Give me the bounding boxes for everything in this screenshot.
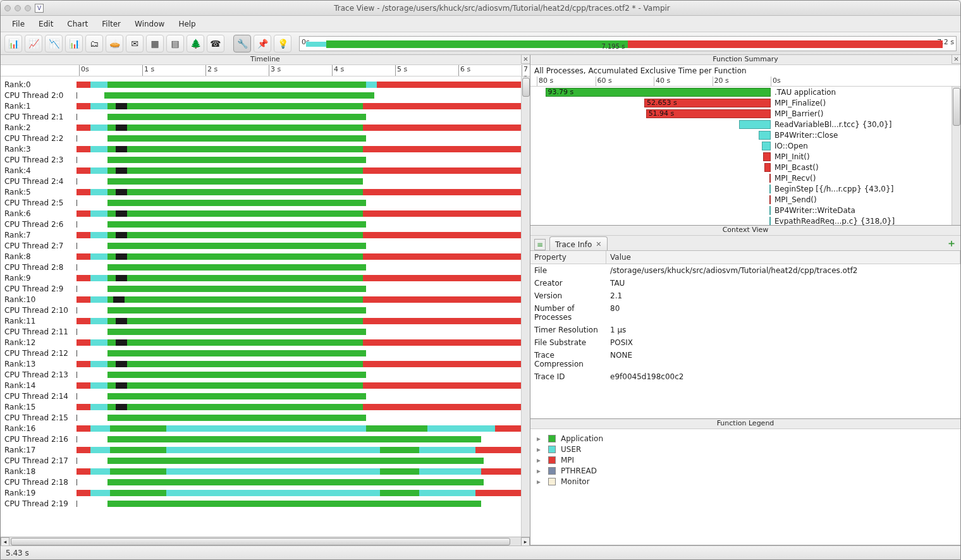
segment[interactable] [107, 232, 363, 238]
segment[interactable] [363, 253, 526, 260]
segment[interactable] [90, 125, 107, 131]
vertical-scrollbar[interactable] [521, 76, 530, 537]
segment[interactable] [116, 167, 127, 174]
segment[interactable] [107, 361, 363, 367]
fs-row[interactable]: 0.114 sMPI_Send() [530, 194, 952, 205]
property-row[interactable]: Trace CompressionNONE [530, 349, 960, 370]
property-row[interactable]: Number of Processes80 [530, 302, 960, 324]
segment[interactable] [90, 382, 107, 389]
timeline-row[interactable]: CPU Thread 2:13 [1, 369, 530, 380]
row-track[interactable] [77, 82, 526, 88]
segment[interactable] [113, 296, 125, 303]
segment[interactable] [107, 103, 363, 109]
timeline-row[interactable]: Rank:4 [1, 165, 530, 176]
row-track[interactable] [77, 404, 526, 410]
timeline-ruler[interactable]: 0s1 s2 s3 s4 s5 s6 s7 s [1, 65, 530, 76]
segment[interactable] [107, 393, 366, 399]
row-track[interactable] [77, 167, 526, 174]
segment[interactable] [107, 178, 363, 185]
fs-row[interactable]: 3.175 sMPI_Init() [530, 151, 952, 162]
segment[interactable] [107, 200, 366, 206]
timeline-row[interactable]: Rank:1 [1, 100, 530, 111]
segment[interactable] [427, 425, 495, 432]
segment[interactable] [90, 425, 110, 432]
segment[interactable] [116, 189, 127, 195]
timeline-row[interactable]: CPU Thread 2:18 [1, 477, 530, 487]
fs-bar[interactable] [769, 195, 771, 204]
timeline-row[interactable]: CPU Thread 2:11 [1, 326, 530, 337]
row-track[interactable] [77, 92, 526, 99]
segment[interactable] [77, 468, 90, 475]
segment[interactable] [107, 135, 366, 142]
timeline-row[interactable]: CPU Thread 2:10 [1, 305, 530, 315]
segment[interactable] [110, 490, 166, 496]
segment[interactable] [90, 490, 110, 496]
segment[interactable] [116, 361, 127, 367]
row-track[interactable] [77, 103, 526, 109]
segment[interactable] [475, 447, 526, 453]
segment[interactable] [107, 286, 366, 292]
segment[interactable] [77, 318, 90, 324]
fs-row[interactable]: 3.609 sIO::Open [530, 140, 952, 151]
timeline-row[interactable]: Rank:7 [1, 229, 530, 240]
segment[interactable] [475, 490, 526, 496]
row-track[interactable] [77, 468, 526, 475]
tab-trace-info[interactable]: Trace Info ✕ [549, 236, 608, 250]
segment[interactable] [107, 157, 366, 163]
legend-item[interactable]: ▸Application [537, 433, 954, 444]
segment[interactable] [77, 167, 90, 174]
segment[interactable] [419, 468, 481, 475]
segment[interactable] [377, 82, 526, 88]
segment[interactable] [116, 253, 127, 260]
timeline-row[interactable]: CPU Thread 2:0 [1, 90, 530, 100]
segment[interactable] [366, 82, 377, 88]
segment[interactable] [166, 425, 366, 432]
segment[interactable] [90, 447, 110, 453]
segment[interactable] [107, 415, 366, 421]
row-track[interactable] [77, 296, 526, 303]
timeline-row[interactable]: Rank:17 [1, 444, 530, 455]
segment[interactable] [110, 425, 166, 432]
timeline-row[interactable]: CPU Thread 2:15 [1, 412, 530, 423]
context-menu-icon[interactable]: ≡ [534, 239, 546, 250]
tool-pie-icon[interactable]: 🥧 [106, 35, 123, 52]
segment[interactable] [380, 447, 419, 453]
segment[interactable] [107, 275, 363, 281]
tool-heatmap-icon[interactable]: ▤ [166, 35, 184, 52]
segment[interactable] [77, 339, 90, 346]
segment[interactable] [90, 296, 107, 303]
menu-file[interactable]: File [6, 17, 31, 31]
timeline-row[interactable]: Rank:10 [1, 294, 530, 305]
add-tab-icon[interactable]: ＋ [946, 237, 957, 250]
segment[interactable] [104, 92, 374, 99]
timeline-row[interactable]: Rank:3 [1, 143, 530, 154]
fs-row[interactable]: 93.79 s.TAU application [530, 87, 952, 97]
row-track[interactable] [77, 200, 526, 206]
row-track[interactable] [77, 210, 526, 217]
segment[interactable] [116, 382, 127, 389]
segment[interactable] [90, 468, 110, 475]
row-track[interactable] [77, 264, 526, 271]
row-track[interactable] [77, 253, 526, 260]
segment[interactable] [481, 468, 526, 475]
row-track[interactable] [77, 286, 526, 292]
tool-matrix-icon[interactable]: ▦ [146, 35, 164, 52]
row-track[interactable] [77, 307, 526, 313]
tool-tree-icon[interactable]: 🌲 [187, 35, 204, 52]
segment[interactable] [90, 146, 107, 152]
row-track[interactable] [77, 501, 526, 507]
row-track[interactable] [77, 275, 526, 281]
fs-row[interactable]: 0.105 sBP4Writer::WriteData [530, 205, 952, 216]
segment[interactable] [116, 339, 127, 346]
fs-row[interactable]: 2.653 sMPI_Bcast() [530, 162, 952, 173]
timeline-row[interactable]: Rank:12 [1, 337, 530, 348]
segment[interactable] [363, 382, 526, 389]
panel-close-icon[interactable]: ✕ [521, 55, 530, 64]
titlebar[interactable]: V Trace View - /storage/users/khuck/src/… [1, 1, 960, 16]
segment[interactable] [77, 253, 90, 260]
timeline-row[interactable]: Rank:2 [1, 122, 530, 133]
timeline-row[interactable]: CPU Thread 2:3 [1, 154, 530, 165]
tool-summary-timeline-icon[interactable]: 📈 [25, 35, 42, 52]
segment[interactable] [107, 458, 484, 464]
fs-bar[interactable] [769, 174, 771, 183]
